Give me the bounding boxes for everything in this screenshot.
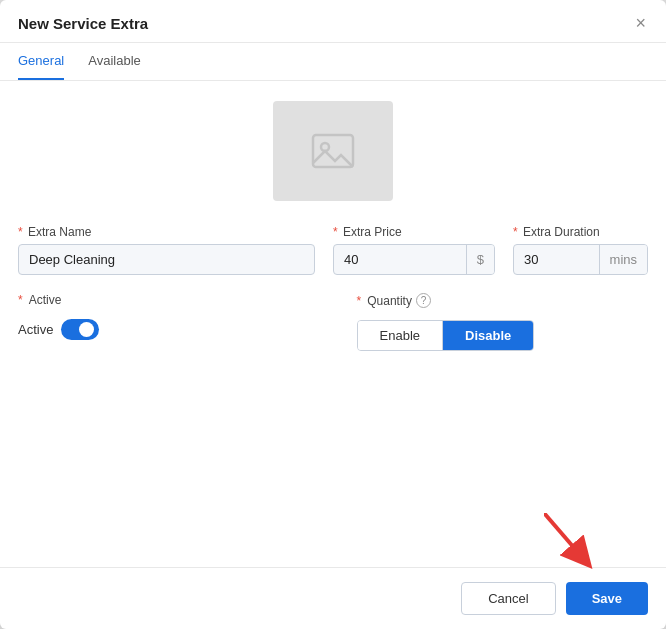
- active-label: * Active: [18, 293, 339, 307]
- new-service-extra-dialog: New Service Extra × General Available * …: [0, 0, 666, 629]
- save-button[interactable]: Save: [566, 582, 648, 615]
- dialog-title: New Service Extra: [18, 15, 148, 32]
- required-star-active: *: [18, 293, 23, 307]
- extra-price-group: * Extra Price $: [333, 225, 495, 275]
- extra-duration-input[interactable]: [514, 245, 599, 274]
- active-quantity-row: * Active Active * Quantity ?: [18, 293, 648, 351]
- dialog-footer: Cancel Save: [0, 567, 666, 629]
- required-star-quantity: *: [357, 294, 362, 308]
- quantity-help-icon[interactable]: ?: [416, 293, 431, 308]
- tab-available[interactable]: Available: [88, 43, 141, 80]
- dialog-tabs: General Available: [0, 43, 666, 81]
- extra-name-label: * Extra Name: [18, 225, 315, 239]
- extra-price-label: * Extra Price: [333, 225, 495, 239]
- active-group: * Active Active: [18, 293, 339, 340]
- quantity-group: * Quantity ? Enable Disable: [357, 293, 648, 351]
- extra-price-input-wrapper: $: [333, 244, 495, 275]
- close-button[interactable]: ×: [633, 14, 648, 32]
- quantity-label: * Quantity ?: [357, 293, 648, 308]
- extra-name-input[interactable]: [18, 244, 315, 275]
- form-row-names: * Extra Name * Extra Price $ * Extra D: [18, 225, 648, 275]
- extra-price-input[interactable]: [334, 245, 466, 274]
- extra-duration-input-wrapper: mins: [513, 244, 648, 275]
- extra-duration-label: * Extra Duration: [513, 225, 648, 239]
- image-placeholder[interactable]: [273, 101, 393, 201]
- quantity-disable-button[interactable]: Disable: [443, 321, 533, 350]
- active-toggle[interactable]: [61, 319, 99, 340]
- active-toggle-label: Active: [18, 322, 53, 337]
- price-suffix: $: [466, 245, 494, 274]
- quantity-btn-group: Enable Disable: [357, 320, 535, 351]
- dialog-header: New Service Extra ×: [0, 0, 666, 43]
- extra-duration-group: * Extra Duration mins: [513, 225, 648, 275]
- extra-name-group: * Extra Name: [18, 225, 315, 275]
- active-toggle-row: Active: [18, 319, 339, 340]
- duration-suffix: mins: [599, 245, 647, 274]
- required-star-duration: *: [513, 225, 518, 239]
- tab-general[interactable]: General: [18, 43, 64, 80]
- quantity-enable-button[interactable]: Enable: [358, 321, 443, 350]
- cancel-button[interactable]: Cancel: [461, 582, 555, 615]
- toggle-slider: [61, 319, 99, 340]
- required-star-name: *: [18, 225, 23, 239]
- image-placeholder-icon: [309, 127, 357, 175]
- required-star-price: *: [333, 225, 338, 239]
- dialog-body: * Extra Name * Extra Price $ * Extra D: [0, 81, 666, 567]
